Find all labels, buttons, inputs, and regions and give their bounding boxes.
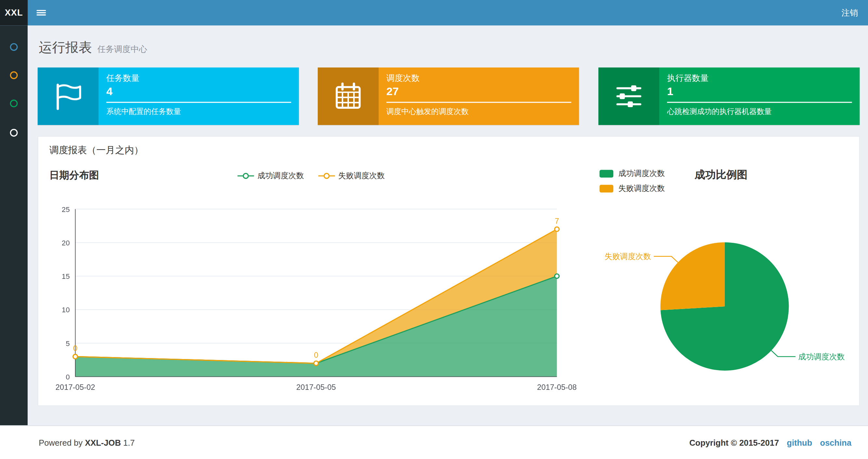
svg-text:0: 0 bbox=[66, 373, 69, 381]
line-chart-legend: 成功调度次数 失败调度次数 bbox=[238, 171, 384, 181]
circle-icon bbox=[10, 100, 18, 107]
info-box-divider bbox=[106, 102, 291, 103]
info-box-value: 4 bbox=[106, 85, 291, 98]
svg-text:2017-05-08: 2017-05-08 bbox=[537, 383, 577, 392]
svg-text:0: 0 bbox=[73, 344, 77, 353]
schedule-report-panel: 调度报表（一月之内） 日期分布图 成功调度次数 失败调度次数 051015202… bbox=[38, 136, 860, 406]
info-box-label: 调度次数 bbox=[386, 73, 571, 84]
circle-icon bbox=[10, 43, 18, 51]
date-distribution-chart[interactable]: 05101520252017-05-022017-05-052017-05-08… bbox=[38, 195, 597, 399]
swatch-icon bbox=[600, 185, 614, 193]
info-box-label: 执行器数量 bbox=[667, 73, 852, 84]
svg-text:20: 20 bbox=[62, 239, 70, 247]
svg-text:失败调度次数: 失败调度次数 bbox=[604, 252, 651, 261]
svg-text:25: 25 bbox=[62, 205, 70, 214]
sidebar-item-4[interactable] bbox=[7, 126, 21, 139]
copyright-area: Copyright © 2015-2017 github oschina bbox=[689, 438, 851, 447]
info-box-executor-count: 执行器数量 1 心跳检测成功的执行器机器数量 bbox=[598, 67, 860, 125]
svg-text:15: 15 bbox=[62, 272, 70, 281]
sidebar bbox=[0, 25, 28, 425]
swatch-icon bbox=[600, 170, 614, 177]
svg-text:成功调度次数: 成功调度次数 bbox=[798, 352, 845, 361]
info-box-value: 27 bbox=[386, 85, 571, 98]
legend-item-success[interactable]: 成功调度次数 bbox=[600, 169, 665, 179]
line-marker-icon bbox=[238, 172, 254, 180]
version-text: 1.7 bbox=[123, 438, 135, 447]
svg-text:5: 5 bbox=[66, 339, 69, 348]
sliders-icon bbox=[598, 67, 659, 125]
svg-text:2017-05-02: 2017-05-02 bbox=[56, 383, 95, 392]
line-chart-title: 日期分布图 bbox=[50, 169, 99, 182]
legend-item-success[interactable]: 成功调度次数 bbox=[238, 171, 304, 181]
pie-chart-legend: 成功调度次数 失败调度次数 bbox=[600, 169, 665, 194]
legend-item-fail[interactable]: 失败调度次数 bbox=[318, 171, 384, 181]
calendar-icon bbox=[318, 67, 378, 125]
svg-text:10: 10 bbox=[62, 306, 70, 314]
github-link[interactable]: github bbox=[787, 438, 812, 447]
sidebar-toggle-button[interactable] bbox=[28, 0, 54, 25]
flag-icon bbox=[38, 67, 98, 125]
svg-text:2017-05-05: 2017-05-05 bbox=[296, 383, 336, 392]
success-ratio-pie-chart[interactable]: 成功调度次数失败调度次数 bbox=[598, 216, 860, 399]
logout-link[interactable]: 注销 bbox=[832, 0, 868, 25]
info-box-desc: 调度中心触发的调度次数 bbox=[386, 107, 571, 117]
hamburger-icon bbox=[36, 9, 46, 17]
svg-text:0: 0 bbox=[314, 351, 318, 359]
app-root: XXL 注销 运行报表 任务调度中心 任务数量 4 系统中配置的任务数量 bbox=[0, 0, 868, 459]
sidebar-item-3[interactable] bbox=[7, 97, 21, 110]
copyright-text: Copyright © 2015-2017 bbox=[689, 438, 779, 447]
info-box-desc: 心跳检测成功的执行器机器数量 bbox=[667, 107, 852, 117]
panel-title: 调度报表（一月之内） bbox=[50, 144, 144, 157]
info-box-job-count: 任务数量 4 系统中配置的任务数量 bbox=[38, 67, 299, 125]
main-footer: Powered by XXL-JOB 1.7 Copyright © 2015-… bbox=[0, 425, 868, 459]
product-name: XXL-JOB bbox=[85, 438, 121, 447]
page-title: 运行报表 bbox=[39, 39, 92, 57]
oschina-link[interactable]: oschina bbox=[820, 438, 851, 447]
info-box-desc: 系统中配置的任务数量 bbox=[106, 107, 291, 117]
page-subtitle: 任务调度中心 bbox=[97, 44, 147, 55]
powered-by-text: Powered by XXL-JOB 1.7 bbox=[39, 438, 135, 447]
svg-text:7: 7 bbox=[555, 217, 559, 225]
sidebar-item-2[interactable] bbox=[7, 68, 21, 82]
top-navbar: XXL 注销 bbox=[0, 0, 868, 25]
info-box-trigger-count: 调度次数 27 调度中心触发的调度次数 bbox=[318, 67, 579, 125]
info-box-value: 1 bbox=[667, 85, 852, 98]
circle-icon bbox=[10, 129, 18, 137]
legend-item-fail[interactable]: 失败调度次数 bbox=[600, 184, 665, 194]
info-box-label: 任务数量 bbox=[106, 73, 291, 84]
info-box-divider bbox=[386, 102, 571, 103]
app-logo[interactable]: XXL bbox=[0, 0, 28, 25]
info-box-divider bbox=[667, 102, 852, 103]
sidebar-item-1[interactable] bbox=[7, 40, 21, 54]
circle-icon bbox=[10, 71, 18, 79]
pie-chart-title: 成功比例图 bbox=[695, 167, 747, 182]
line-marker-icon bbox=[318, 172, 335, 180]
page-header: 运行报表 任务调度中心 bbox=[39, 39, 147, 61]
